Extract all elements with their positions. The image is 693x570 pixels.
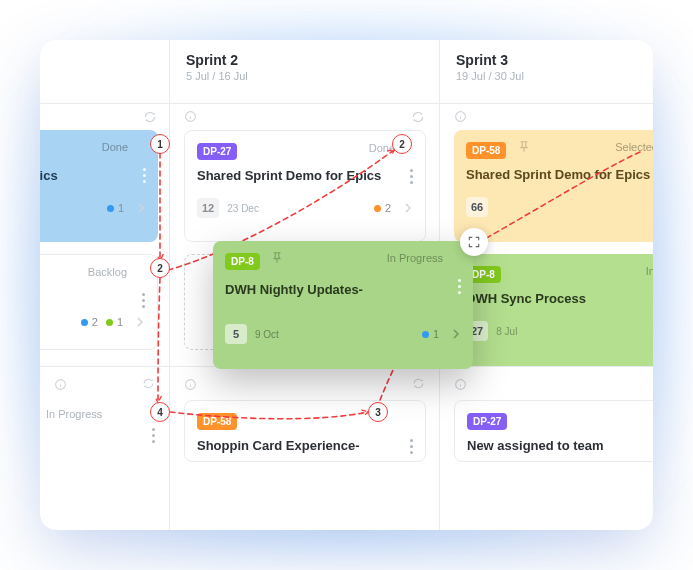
card-title: DWH Nightly Updates- [225, 282, 461, 297]
chevron-right-icon[interactable] [403, 203, 413, 213]
status-dot [422, 331, 429, 338]
column-header: Sprint 2 5 Jul / 16 Jul [170, 40, 439, 104]
kebab-icon[interactable] [405, 431, 417, 461]
link-node[interactable]: 4 [150, 402, 170, 422]
card-status: In Progress [46, 408, 102, 420]
expand-button[interactable] [460, 228, 488, 256]
section-divider [40, 366, 169, 367]
issue-card[interactable]: DP-8 In Progress DWH Sync Process 27 8 J… [454, 254, 653, 366]
pin-icon[interactable] [270, 251, 284, 265]
card-status: In Progress [387, 252, 443, 264]
dot-count: 2 [385, 202, 391, 214]
card-status: Backlog [88, 266, 127, 278]
issue-tag: DP-58 [197, 413, 237, 430]
card-date: 23 Dec [227, 203, 259, 214]
issue-tag: DP-27 [197, 143, 237, 160]
kebab-icon[interactable] [453, 271, 465, 301]
issue-card[interactable]: Backlog 2 1 [40, 254, 158, 350]
status-dot [107, 205, 114, 212]
issue-card[interactable]: DP-58 Selected for De… Shared Sprint Dem… [454, 130, 653, 242]
dot-count: 1 [433, 328, 439, 340]
column-0: Done for Epics 1 Backlog [40, 40, 170, 530]
sprint-board: Done for Epics 1 Backlog [40, 40, 653, 530]
refresh-icon[interactable] [143, 110, 157, 124]
column-header: Sprint 3 19 Jul / 30 Jul [440, 40, 653, 104]
refresh-icon[interactable] [142, 377, 155, 392]
kebab-icon[interactable] [147, 420, 159, 450]
dot-count: 1 [118, 202, 124, 214]
column-title: Sprint 2 [186, 52, 423, 68]
issue-tag: DP-27 [467, 413, 507, 430]
issue-card[interactable]: DP-27 Done Shared Sprint Demo for Epics … [184, 130, 426, 242]
card-status: Done [102, 141, 128, 153]
chevron-right-icon[interactable] [136, 203, 146, 213]
dot-count: 1 [117, 316, 123, 328]
refresh-icon[interactable] [412, 377, 425, 392]
issue-tag: DP-8 [225, 253, 260, 270]
link-node[interactable]: 2 [392, 134, 412, 154]
refresh-icon[interactable] [411, 110, 425, 124]
status-dot [374, 205, 381, 212]
link-node[interactable]: 2 [150, 258, 170, 278]
card-date: 9 Oct [255, 329, 279, 340]
info-icon[interactable] [454, 110, 467, 123]
column-dates: 19 Jul / 30 Jul [456, 70, 637, 82]
info-icon[interactable] [454, 378, 467, 391]
column-title: Sprint 3 [456, 52, 637, 68]
count-badge: 66 [466, 197, 488, 217]
section-header-row [170, 372, 439, 396]
card-status: Selected for De… [615, 141, 653, 153]
section-header-row [40, 372, 169, 396]
column-dates: 5 Jul / 16 Jul [186, 70, 423, 82]
card-title: Shared Sprint Demo for Epics [466, 167, 653, 182]
column-header [40, 40, 169, 104]
issue-card[interactable]: DP-27 Closed New assigned to team [454, 400, 653, 462]
issue-tag: DP-58 [466, 142, 506, 159]
info-icon[interactable] [184, 110, 197, 123]
issue-card[interactable]: DP-58 Shoppin Card Experience- [184, 400, 426, 462]
chevron-right-icon[interactable] [451, 329, 461, 339]
link-node[interactable]: 1 [150, 134, 170, 154]
info-icon[interactable] [184, 378, 197, 391]
card-date: 8 Jul [496, 326, 517, 337]
dot-count: 2 [92, 316, 98, 328]
kebab-icon[interactable] [138, 160, 150, 190]
pin-icon[interactable] [517, 140, 531, 154]
card-title: for Epics [40, 168, 146, 183]
status-dot [81, 319, 88, 326]
issue-card-dragging[interactable]: DP-8 In Progress DWH Nightly Updates- 5 … [213, 241, 473, 369]
card-title: New assigned to team [467, 438, 653, 453]
card-status: In Progress [646, 265, 653, 277]
kebab-icon[interactable] [137, 285, 149, 315]
status-dot [106, 319, 113, 326]
issue-card[interactable]: Done for Epics 1 [40, 130, 158, 242]
link-node[interactable]: 3 [368, 402, 388, 422]
count-badge: 12 [197, 198, 219, 218]
kebab-icon[interactable] [405, 161, 417, 191]
card-title: Shared Sprint Demo for Epics [197, 168, 413, 183]
card-title: Shoppin Card Experience- [197, 438, 413, 453]
section-header-row [440, 372, 653, 396]
chevron-right-icon[interactable] [135, 317, 145, 327]
info-icon[interactable] [54, 378, 67, 391]
count-badge: 5 [225, 324, 247, 344]
card-title: DWH Sync Process [466, 291, 653, 306]
section-divider [440, 366, 653, 367]
